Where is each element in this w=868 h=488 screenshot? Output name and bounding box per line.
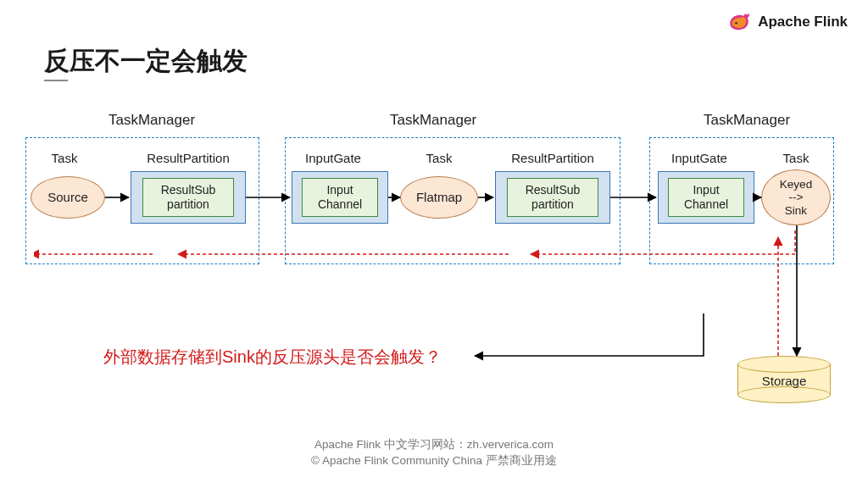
rsp2-label: ResultSub partition — [526, 183, 581, 212]
tm-label-b: TaskManager — [390, 112, 476, 129]
node-flatmap: Flatmap — [400, 176, 478, 219]
label-resultpartition-a: ResultPartition — [137, 151, 239, 165]
title-underline — [44, 80, 68, 81]
box-resultpartition-b: ResultSub partition — [495, 171, 610, 224]
footer-line1: Apache Flink 中文学习网站：zh.ververica.com — [0, 436, 868, 453]
label-task-a: Task — [39, 151, 90, 165]
flink-squirrel-icon — [727, 10, 751, 34]
box-resultpartition-a: ResultSub partition — [131, 171, 246, 224]
label-task-b: Task — [414, 151, 465, 165]
slide: Apache Flink 反压不一定会触发 TaskManager TaskMa… — [0, 0, 868, 488]
node-keyed-sink: Keyed --> Sink — [761, 169, 831, 225]
ic1-label: Input Channel — [318, 183, 362, 212]
footer: Apache Flink 中文学习网站：zh.ververica.com © A… — [0, 436, 868, 469]
label-task-c: Task — [775, 151, 817, 165]
footer-line2: © Apache Flink Community China 严禁商业用途 — [0, 452, 868, 469]
node-keyed-sink-label: Keyed --> Sink — [780, 178, 812, 218]
box-inputchannel-c: Input Channel — [668, 178, 744, 217]
brand-logo: Apache Flink — [727, 10, 848, 34]
tm-label-a: TaskManager — [108, 112, 195, 129]
box-inputchannel-b: Input Channel — [302, 178, 378, 217]
brand-name: Apache Flink — [758, 14, 848, 30]
slide-title: 反压不一定会触发 — [44, 44, 248, 79]
node-flatmap-label: Flatmap — [416, 190, 462, 204]
label-resultpartition-b: ResultPartition — [502, 151, 604, 165]
svg-point-0 — [736, 22, 737, 24]
architecture-diagram: TaskManager TaskManager TaskManager Task… — [34, 112, 834, 332]
tm-label-c: TaskManager — [704, 112, 790, 129]
rsp1-label: ResultSub partition — [161, 183, 216, 212]
box-resultsubpartition-b: ResultSub partition — [507, 178, 598, 217]
box-inputgate-c: Input Channel — [658, 171, 754, 224]
box-resultsubpartition-a: ResultSub partition — [142, 178, 234, 217]
node-storage-label: Storage — [737, 374, 831, 388]
question-text: 外部数据存储到Sink的反压源头是否会触发？ — [103, 346, 442, 369]
node-source: Source — [31, 176, 105, 219]
ic2-label: Input Channel — [684, 183, 728, 212]
box-inputgate-b: Input Channel — [292, 171, 388, 224]
node-source-label: Source — [47, 190, 88, 204]
label-inputgate-c: InputGate — [661, 151, 737, 165]
node-storage: Storage — [737, 356, 831, 403]
label-inputgate-b: InputGate — [295, 151, 371, 165]
